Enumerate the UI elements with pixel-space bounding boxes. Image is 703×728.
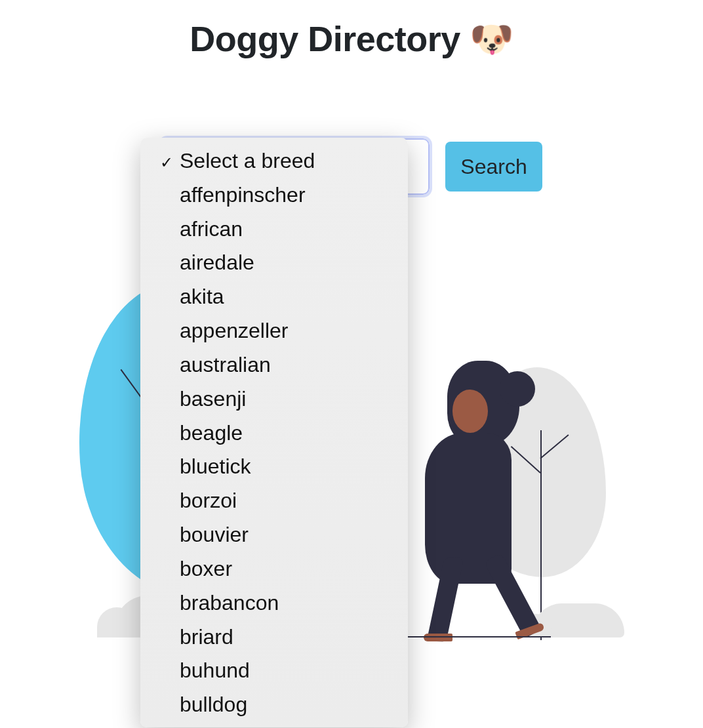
breed-dropdown[interactable]: ✓Select a breedaffenpinscherafricanaired… xyxy=(140,138,408,727)
breed-option-label: akita xyxy=(180,280,224,314)
breed-option[interactable]: african xyxy=(140,212,408,247)
breed-option-label: appenzeller xyxy=(180,314,288,348)
breed-option-label: african xyxy=(180,212,243,247)
breed-option[interactable]: bouvier xyxy=(140,518,408,552)
breed-option-label: bouvier xyxy=(180,518,249,552)
breed-option[interactable]: bulldog xyxy=(140,688,408,722)
breed-option-label: brabancon xyxy=(180,586,279,620)
breed-option-label: buhund xyxy=(180,654,250,688)
breed-option[interactable]: borzoi xyxy=(140,484,408,518)
person-face xyxy=(452,390,488,433)
breed-option-label: bluetick xyxy=(180,450,251,484)
checkmark-icon: ✓ xyxy=(160,144,180,178)
breed-option-label: boxer xyxy=(180,552,232,586)
breed-option[interactable]: basenji xyxy=(140,382,408,416)
breed-option[interactable]: ✓Select a breed xyxy=(140,144,408,178)
page-title: Doggy Directory 🐶 xyxy=(0,18,703,60)
breed-option[interactable]: brabancon xyxy=(140,586,408,620)
breed-option-label: basenji xyxy=(180,382,246,416)
person-shoe-back xyxy=(424,634,452,641)
breed-option[interactable]: buhund xyxy=(140,654,408,688)
breed-option[interactable]: boxer xyxy=(140,552,408,586)
breed-option[interactable]: appenzeller xyxy=(140,314,408,348)
person-walking xyxy=(387,361,557,643)
breed-option-label: australian xyxy=(180,348,271,382)
person-hair-bun xyxy=(500,371,535,407)
breed-option-label: affenpinscher xyxy=(180,178,306,212)
breed-option[interactable]: bluetick xyxy=(140,450,408,484)
breed-option[interactable]: affenpinscher xyxy=(140,178,408,212)
breed-option[interactable]: akita xyxy=(140,280,408,314)
breed-option[interactable]: australian xyxy=(140,348,408,382)
search-button[interactable]: Search xyxy=(445,142,542,192)
breed-option-label: airedale xyxy=(180,246,254,280)
breed-option-label: beagle xyxy=(180,416,243,451)
breed-option[interactable]: beagle xyxy=(140,416,408,451)
breed-option-label: bulldog xyxy=(180,688,247,722)
breed-option[interactable]: airedale xyxy=(140,246,408,280)
breed-option-label: borzoi xyxy=(180,484,237,518)
breed-option-label: briard xyxy=(180,620,233,655)
breed-option[interactable]: briard xyxy=(140,620,408,655)
breed-option-label: Select a breed xyxy=(180,144,315,178)
